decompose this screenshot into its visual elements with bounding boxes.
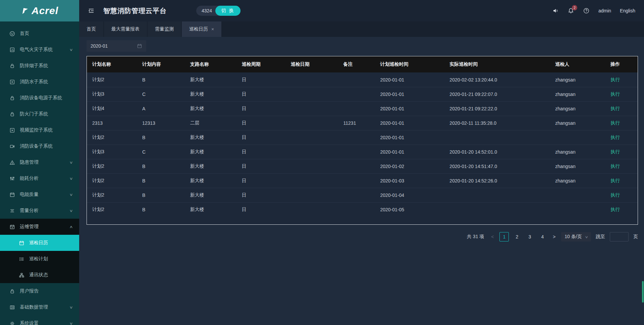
project-switcher[interactable]: 4324 切 换	[196, 6, 240, 16]
page-button-4[interactable]: 4	[538, 232, 547, 241]
language-switch[interactable]: English	[620, 8, 635, 13]
tab-最大需量报表[interactable]: 最大需量报表	[104, 21, 147, 37]
scrollbar-thumb[interactable]	[642, 281, 644, 303]
warning-icon	[9, 160, 15, 165]
table-cell: 计划2	[87, 163, 137, 169]
table-cell-action: 执行	[605, 106, 638, 112]
table-cell: 2020-01-03	[375, 178, 444, 183]
table-cell-action: 执行	[605, 192, 638, 198]
table-cell: 2020-01-20 14:52:01.0	[444, 149, 550, 155]
sidebar-item-电能质量[interactable]: 电能质量∨	[0, 186, 79, 203]
announcement-icon[interactable]	[552, 7, 559, 14]
logo-text: Acrel	[32, 5, 58, 16]
execute-link[interactable]: 执行	[610, 91, 620, 97]
page-unit-label: 页	[633, 234, 638, 240]
chevron-down-icon: ∨	[69, 48, 73, 52]
page-button-1[interactable]: 1	[499, 232, 509, 241]
tab-首页[interactable]: 首页	[79, 21, 103, 37]
execute-link[interactable]: 执行	[610, 163, 620, 169]
execute-link[interactable]: 执行	[610, 77, 620, 82]
tab-需量监测[interactable]: 需量监测	[148, 21, 181, 37]
sidebar-item-防火门子系统[interactable]: 防火门子系统	[0, 106, 79, 122]
prev-page-icon[interactable]: <	[490, 234, 495, 239]
logo[interactable]: Acrel	[0, 0, 79, 21]
column-header: 支路名称	[185, 61, 236, 67]
sidebar-item-运维管理[interactable]: 运维管理∧	[0, 219, 79, 235]
sidebar-item-视频监控子系统[interactable]: 视频监控子系统	[0, 122, 79, 138]
table-row: 计划2B新大楼日2020-01-012020-02-02 13:20:44.0z…	[87, 72, 638, 87]
app-root: Acrel 首页电气火灾子系统∨防排烟子系统消防水子系统消防设备电源子系统防火门…	[0, 0, 644, 325]
page-size-select[interactable]: 10 条/页 ∨	[561, 232, 591, 241]
close-icon[interactable]: ×	[211, 26, 214, 32]
column-header: 操作	[605, 61, 638, 67]
table-cell: 日	[236, 207, 285, 213]
sidebar-item-需量分析[interactable]: 需量分析∨	[0, 203, 79, 219]
calendar-icon	[19, 240, 24, 246]
menu-fold-icon[interactable]	[88, 7, 95, 14]
sidebar-item-通讯状态[interactable]: 通讯状态	[0, 267, 79, 283]
sidebar-item-巡检计划[interactable]: 巡检计划	[0, 251, 79, 267]
month-picker[interactable]: 2020-01	[87, 40, 146, 52]
help-icon[interactable]	[583, 7, 590, 14]
table-cell-action: 执行	[605, 134, 638, 141]
camera-icon	[9, 144, 15, 149]
sidebar-item-基础数据管理[interactable]: 基础数据管理∨	[0, 299, 79, 315]
execute-link[interactable]: 执行	[610, 120, 620, 125]
sidebar-item-系统设置[interactable]: 系统设置∨	[0, 315, 79, 325]
sidebar-item-首页[interactable]: 首页	[0, 25, 79, 42]
sidebar-item-防排烟子系统[interactable]: 防排烟子系统	[0, 58, 79, 74]
sidebar-item-巡检日历[interactable]: 巡检日历	[0, 235, 79, 251]
bell-icon[interactable]: 2	[568, 7, 574, 14]
chevron-down-icon: ∨	[69, 321, 73, 325]
table-cell: zhangsan	[550, 106, 605, 111]
table-cell-action: 执行	[605, 77, 638, 83]
table-cell: 2020-02-02 13:20:44.0	[444, 77, 550, 83]
sidebar-item-消防设备电源子系统[interactable]: 消防设备电源子系统	[0, 90, 79, 106]
play-icon	[9, 127, 15, 133]
sidebar-item-能耗分析[interactable]: 能耗分析∨	[0, 170, 79, 186]
sidebar-item-电气火灾子系统[interactable]: 电气火灾子系统∨	[0, 42, 79, 58]
execute-link[interactable]: 执行	[610, 192, 620, 198]
table-cell: 日	[236, 134, 285, 141]
table-cell: zhangsan	[550, 178, 605, 183]
page-button-3[interactable]: 3	[525, 232, 534, 241]
table-row: 计划2B新大楼日2020-01-022020-01-20 14:51:47.0z…	[87, 159, 638, 173]
sidebar-item-消防水子系统[interactable]: 消防水子系统	[0, 74, 79, 90]
execute-link[interactable]: 执行	[610, 106, 620, 111]
execute-link[interactable]: 执行	[610, 134, 620, 140]
pagination: 共 31 项 < 1234 > 10 条/页 ∨ 跳至 页	[87, 232, 638, 241]
page-button-2[interactable]: 2	[512, 232, 522, 241]
table-cell: B	[137, 77, 185, 83]
sidebar-item-用户报告[interactable]: 用户报告	[0, 283, 79, 299]
sidebar-group-运维管理: 运维管理∧巡检日历巡检计划通讯状态	[0, 219, 79, 283]
tab-巡检日历[interactable]: 巡检日历×	[182, 21, 221, 37]
chevron-down-icon: ∨	[69, 305, 73, 310]
table-cell: 2020-01-01	[375, 106, 444, 111]
execute-link[interactable]: 执行	[610, 178, 620, 183]
table-cell: 新大楼	[185, 106, 236, 112]
table-cell: 2020-02-11 11:35:28.0	[444, 120, 550, 126]
table-cell: 2020-01-20 14:52:26.0	[444, 178, 550, 183]
table-cell: zhangsan	[550, 77, 605, 83]
table-cell: 日	[236, 149, 285, 155]
user-name[interactable]: admin	[598, 8, 611, 13]
sidebar-item-label: 巡检日历	[29, 240, 73, 246]
next-page-icon[interactable]: >	[552, 234, 556, 239]
execute-link[interactable]: 执行	[610, 149, 620, 154]
execute-link[interactable]: 执行	[610, 207, 620, 212]
lines-icon	[9, 208, 15, 214]
table-cell-action: 执行	[605, 207, 638, 213]
jump-label: 跳至	[596, 234, 605, 240]
table-cell-action: 执行	[605, 149, 638, 155]
switch-button[interactable]: 切 换	[215, 6, 240, 16]
table-cell: 计划3	[87, 91, 137, 97]
calendar-icon	[9, 192, 15, 198]
table-cell: zhangsan	[550, 164, 605, 169]
table-cell: 新大楼	[185, 149, 236, 155]
jump-page-input[interactable]	[610, 232, 629, 241]
table-cell: 新大楼	[185, 134, 236, 141]
sidebar-item-隐患管理[interactable]: 隐患管理∨	[0, 154, 79, 170]
table-cell: 2020-01-05	[375, 207, 444, 212]
table-cell: 日	[236, 163, 285, 169]
sidebar-item-消防设备子系统[interactable]: 消防设备子系统	[0, 138, 79, 154]
